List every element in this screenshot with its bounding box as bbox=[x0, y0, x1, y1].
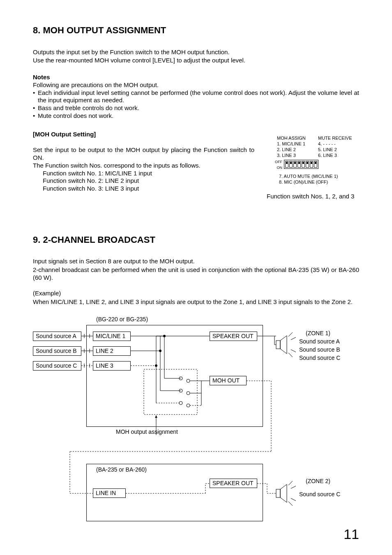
dip-switch-panel: MOH ASSIGN 1. MIC/LINE 1 2. LINE 2 3. LI… bbox=[267, 136, 359, 200]
source-a-box: Sound source A bbox=[33, 332, 81, 341]
moh-line: Function switch No. 1: MIC/LINE 1 input bbox=[33, 170, 254, 177]
bullet-item: • Each individual input level setting ca… bbox=[33, 89, 359, 105]
dip-left-item: 2. LINE 2 bbox=[277, 147, 318, 153]
zone1-src-a: Sound source A bbox=[299, 338, 340, 345]
line3-box: LINE 3 bbox=[93, 361, 131, 371]
dip-left-item: 3. LINE 3 bbox=[277, 153, 318, 159]
dip-right-item: 6. LINE 3 bbox=[318, 153, 359, 159]
dip-header-left: MOH ASSIGN bbox=[277, 136, 318, 141]
zone1-src-b: Sound source B bbox=[299, 346, 340, 354]
section-8-heading: 8. MOH OUTPUT ASSIGNMENT bbox=[33, 25, 359, 36]
page-number: 11 bbox=[344, 525, 359, 543]
bullet-text: Each individual input level setting cann… bbox=[38, 89, 359, 105]
s8-p1: Outputs the input set by the Function sw… bbox=[33, 48, 359, 56]
micline1-box: MIC/LINE 1 bbox=[93, 332, 131, 341]
svg-rect-50 bbox=[276, 489, 280, 497]
moh-p2: The Function switch Nos. correspond to t… bbox=[33, 162, 254, 170]
line2-box: LINE 2 bbox=[93, 346, 131, 356]
ba-label: (BA-235 or BA-260) bbox=[96, 466, 147, 474]
dip-right-item: 4. - - - - - bbox=[318, 141, 359, 147]
example-text: When MIC/LINE 1, LINE 2, and LINE 3 inpu… bbox=[33, 298, 359, 306]
notes-intro: Following are precautions on the MOH out… bbox=[33, 81, 359, 89]
dip-header-right: MUTE RECEIVE bbox=[318, 136, 359, 141]
s9-p1: Input signals set in Section 8 are outpu… bbox=[33, 258, 359, 265]
example-label: (Example) bbox=[33, 290, 359, 297]
bg-label: (BG-220 or BG-235) bbox=[96, 316, 148, 323]
dip-bottom-note: 8. MIC (ON)/LINE (OFF) bbox=[279, 180, 359, 185]
moh-assignment-label: MOH output assignment bbox=[116, 428, 178, 436]
s9-p2: 2-channel broadcast can be performed whe… bbox=[33, 266, 359, 282]
section-9-heading: 9. 2-CHANNEL BROADCAST bbox=[33, 234, 359, 246]
bullet-text: Mute control does not work. bbox=[38, 112, 359, 120]
bullet-item: • Mute control does not work. bbox=[33, 112, 359, 120]
speaker-out-2-box: SPEAKER OUT bbox=[210, 479, 257, 488]
dip-switch-icon bbox=[284, 160, 318, 169]
zone2-src-c: Sound source C bbox=[299, 491, 340, 498]
zone1-label: (ZONE 1) bbox=[306, 330, 330, 337]
s8-p2: Use the rear-mounted MOH volume control … bbox=[33, 57, 359, 64]
dip-off-label: OFF bbox=[275, 160, 282, 164]
zone1-src-c: Sound source C bbox=[299, 355, 340, 362]
svg-rect-36 bbox=[276, 341, 280, 349]
moh-p1: Set the input to be output to the MOH ou… bbox=[33, 146, 254, 162]
bullet-text: Bass and treble controls do not work. bbox=[38, 104, 359, 112]
dip-right-item: 5. LINE 2 bbox=[318, 147, 359, 153]
source-b-box: Sound source B bbox=[33, 346, 81, 356]
dip-caption: Function switch Nos. 1, 2, and 3 bbox=[267, 193, 359, 200]
notes-title: Notes bbox=[33, 74, 359, 81]
line-in-box: LINE IN bbox=[93, 488, 126, 498]
moh-line: Function switch No. 3: LINE 3 input bbox=[33, 185, 254, 193]
dip-left-item: 1. MIC/LINE 1 bbox=[277, 141, 318, 147]
broadcast-diagram: (BG-220 or BG-235) Sound source A Sound … bbox=[33, 316, 359, 538]
zone2-label: (ZONE 2) bbox=[306, 478, 330, 485]
bullet-item: • Bass and treble controls do not work. bbox=[33, 104, 359, 112]
moh-out-box: MOH OUT bbox=[210, 376, 247, 386]
dip-bottom-note: 7. AUTO MUTE (MIC/LINE 1) bbox=[279, 174, 359, 180]
source-c-box: Sound source C bbox=[33, 361, 81, 371]
dip-on-label: ON bbox=[275, 166, 282, 170]
moh-line: Function switch No. 2: LINE 2 input bbox=[33, 177, 254, 185]
speaker-out-1-box: SPEAKER OUT bbox=[210, 332, 257, 341]
